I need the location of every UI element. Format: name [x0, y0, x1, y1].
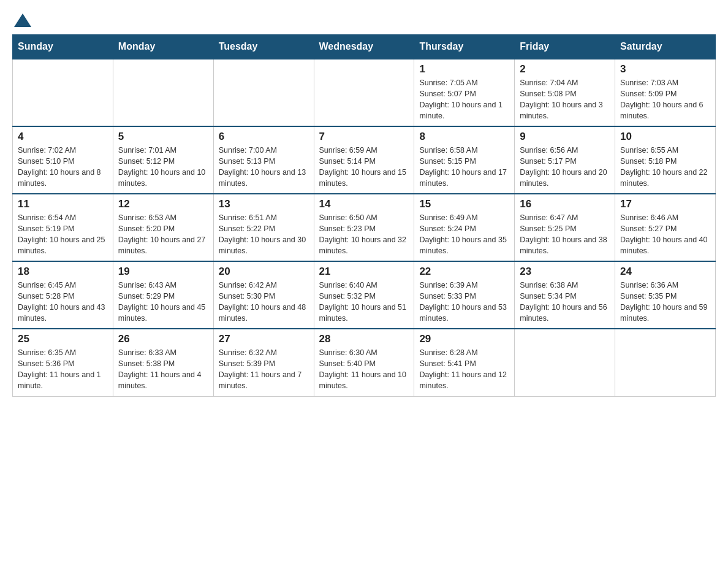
calendar-cell: 15Sunrise: 6:49 AM Sunset: 5:24 PM Dayli… — [414, 194, 515, 261]
calendar-header-row: SundayMondayTuesdayWednesdayThursdayFrid… — [13, 35, 716, 59]
calendar-header-wednesday: Wednesday — [314, 35, 414, 59]
calendar-cell: 2Sunrise: 7:04 AM Sunset: 5:08 PM Daylig… — [515, 59, 615, 126]
day-info: Sunrise: 6:49 AM Sunset: 5:24 PM Dayligh… — [419, 212, 509, 257]
day-number: 8 — [419, 131, 509, 143]
day-number: 22 — [419, 266, 509, 278]
day-info: Sunrise: 6:46 AM Sunset: 5:27 PM Dayligh… — [620, 212, 710, 257]
calendar-cell: 11Sunrise: 6:54 AM Sunset: 5:19 PM Dayli… — [13, 194, 113, 261]
day-info: Sunrise: 7:03 AM Sunset: 5:09 PM Dayligh… — [620, 77, 710, 122]
calendar-cell: 6Sunrise: 7:00 AM Sunset: 5:13 PM Daylig… — [213, 126, 314, 194]
calendar-cell: 8Sunrise: 6:58 AM Sunset: 5:15 PM Daylig… — [414, 126, 515, 194]
calendar-cell: 25Sunrise: 6:35 AM Sunset: 5:36 PM Dayli… — [13, 329, 113, 396]
calendar-cell: 23Sunrise: 6:38 AM Sunset: 5:34 PM Dayli… — [515, 261, 615, 329]
calendar-header-saturday: Saturday — [615, 35, 716, 59]
day-number: 9 — [520, 131, 610, 143]
day-info: Sunrise: 6:50 AM Sunset: 5:23 PM Dayligh… — [319, 212, 409, 257]
day-number: 4 — [18, 131, 108, 143]
day-number: 18 — [18, 266, 108, 278]
day-info: Sunrise: 6:30 AM Sunset: 5:40 PM Dayligh… — [319, 347, 409, 392]
calendar-header-friday: Friday — [515, 35, 615, 59]
calendar-table: SundayMondayTuesdayWednesdayThursdayFrid… — [12, 34, 716, 397]
day-info: Sunrise: 6:28 AM Sunset: 5:41 PM Dayligh… — [419, 347, 509, 392]
day-info: Sunrise: 6:45 AM Sunset: 5:28 PM Dayligh… — [18, 280, 108, 324]
calendar-cell: 5Sunrise: 7:01 AM Sunset: 5:12 PM Daylig… — [113, 126, 213, 194]
page-header — [12, 12, 716, 28]
calendar-cell: 16Sunrise: 6:47 AM Sunset: 5:25 PM Dayli… — [515, 194, 615, 261]
calendar-cell: 10Sunrise: 6:55 AM Sunset: 5:18 PM Dayli… — [615, 126, 716, 194]
day-number: 21 — [319, 266, 409, 278]
day-number: 20 — [219, 266, 309, 278]
calendar-cell: 21Sunrise: 6:40 AM Sunset: 5:32 PM Dayli… — [314, 261, 414, 329]
day-number: 17 — [620, 198, 710, 210]
week-row-3: 11Sunrise: 6:54 AM Sunset: 5:19 PM Dayli… — [13, 194, 716, 261]
calendar-cell: 28Sunrise: 6:30 AM Sunset: 5:40 PM Dayli… — [314, 329, 414, 396]
day-info: Sunrise: 6:58 AM Sunset: 5:15 PM Dayligh… — [419, 145, 509, 190]
day-info: Sunrise: 7:05 AM Sunset: 5:07 PM Dayligh… — [419, 77, 509, 122]
day-number: 14 — [319, 198, 409, 210]
day-number: 2 — [520, 63, 610, 75]
calendar-cell: 29Sunrise: 6:28 AM Sunset: 5:41 PM Dayli… — [414, 329, 515, 396]
day-number: 10 — [620, 131, 710, 143]
day-number: 3 — [620, 63, 710, 75]
day-info: Sunrise: 7:00 AM Sunset: 5:13 PM Dayligh… — [219, 145, 309, 190]
day-info: Sunrise: 6:42 AM Sunset: 5:30 PM Dayligh… — [219, 280, 309, 324]
calendar-cell: 3Sunrise: 7:03 AM Sunset: 5:09 PM Daylig… — [615, 59, 716, 126]
calendar-cell — [515, 329, 615, 396]
day-info: Sunrise: 6:59 AM Sunset: 5:14 PM Dayligh… — [319, 145, 409, 190]
calendar-header-sunday: Sunday — [13, 35, 113, 59]
day-info: Sunrise: 6:32 AM Sunset: 5:39 PM Dayligh… — [219, 347, 309, 392]
week-row-1: 1Sunrise: 7:05 AM Sunset: 5:07 PM Daylig… — [13, 59, 716, 126]
day-number: 15 — [419, 198, 509, 210]
day-number: 11 — [18, 198, 108, 210]
svg-marker-0 — [14, 13, 31, 27]
day-number: 12 — [118, 198, 208, 210]
day-info: Sunrise: 7:02 AM Sunset: 5:10 PM Dayligh… — [18, 145, 108, 190]
day-info: Sunrise: 6:43 AM Sunset: 5:29 PM Dayligh… — [118, 280, 208, 324]
calendar-cell: 13Sunrise: 6:51 AM Sunset: 5:22 PM Dayli… — [213, 194, 314, 261]
calendar-cell — [314, 59, 414, 126]
day-number: 28 — [319, 333, 409, 345]
day-info: Sunrise: 6:55 AM Sunset: 5:18 PM Dayligh… — [620, 145, 710, 190]
calendar-cell — [213, 59, 314, 126]
calendar-cell: 7Sunrise: 6:59 AM Sunset: 5:14 PM Daylig… — [314, 126, 414, 194]
day-info: Sunrise: 6:56 AM Sunset: 5:17 PM Dayligh… — [520, 145, 610, 190]
week-row-5: 25Sunrise: 6:35 AM Sunset: 5:36 PM Dayli… — [13, 329, 716, 396]
calendar-cell: 26Sunrise: 6:33 AM Sunset: 5:38 PM Dayli… — [113, 329, 213, 396]
calendar-header-tuesday: Tuesday — [213, 35, 314, 59]
week-row-4: 18Sunrise: 6:45 AM Sunset: 5:28 PM Dayli… — [13, 261, 716, 329]
day-number: 26 — [118, 333, 208, 345]
day-info: Sunrise: 6:33 AM Sunset: 5:38 PM Dayligh… — [118, 347, 208, 392]
day-info: Sunrise: 6:40 AM Sunset: 5:32 PM Dayligh… — [319, 280, 409, 324]
calendar-header-thursday: Thursday — [414, 35, 515, 59]
day-number: 27 — [219, 333, 309, 345]
day-info: Sunrise: 6:51 AM Sunset: 5:22 PM Dayligh… — [219, 212, 309, 257]
calendar-cell: 9Sunrise: 6:56 AM Sunset: 5:17 PM Daylig… — [515, 126, 615, 194]
day-info: Sunrise: 6:36 AM Sunset: 5:35 PM Dayligh… — [620, 280, 710, 324]
day-info: Sunrise: 6:39 AM Sunset: 5:33 PM Dayligh… — [419, 280, 509, 324]
logo — [12, 12, 31, 28]
calendar-cell: 22Sunrise: 6:39 AM Sunset: 5:33 PM Dayli… — [414, 261, 515, 329]
day-info: Sunrise: 6:54 AM Sunset: 5:19 PM Dayligh… — [18, 212, 108, 257]
day-number: 6 — [219, 131, 309, 143]
calendar-cell — [13, 59, 113, 126]
day-info: Sunrise: 7:01 AM Sunset: 5:12 PM Dayligh… — [118, 145, 208, 190]
week-row-2: 4Sunrise: 7:02 AM Sunset: 5:10 PM Daylig… — [13, 126, 716, 194]
day-number: 23 — [520, 266, 610, 278]
day-number: 29 — [419, 333, 509, 345]
day-number: 5 — [118, 131, 208, 143]
calendar-cell: 19Sunrise: 6:43 AM Sunset: 5:29 PM Dayli… — [113, 261, 213, 329]
day-number: 25 — [18, 333, 108, 345]
day-info: Sunrise: 6:53 AM Sunset: 5:20 PM Dayligh… — [118, 212, 208, 257]
day-number: 19 — [118, 266, 208, 278]
calendar-cell: 12Sunrise: 6:53 AM Sunset: 5:20 PM Dayli… — [113, 194, 213, 261]
calendar-cell — [113, 59, 213, 126]
calendar-cell: 24Sunrise: 6:36 AM Sunset: 5:35 PM Dayli… — [615, 261, 716, 329]
calendar-cell: 4Sunrise: 7:02 AM Sunset: 5:10 PM Daylig… — [13, 126, 113, 194]
calendar-cell — [615, 329, 716, 396]
day-info: Sunrise: 7:04 AM Sunset: 5:08 PM Dayligh… — [520, 77, 610, 122]
calendar-cell: 14Sunrise: 6:50 AM Sunset: 5:23 PM Dayli… — [314, 194, 414, 261]
day-number: 7 — [319, 131, 409, 143]
calendar-cell: 17Sunrise: 6:46 AM Sunset: 5:27 PM Dayli… — [615, 194, 716, 261]
day-info: Sunrise: 6:35 AM Sunset: 5:36 PM Dayligh… — [18, 347, 108, 392]
calendar-header-monday: Monday — [113, 35, 213, 59]
